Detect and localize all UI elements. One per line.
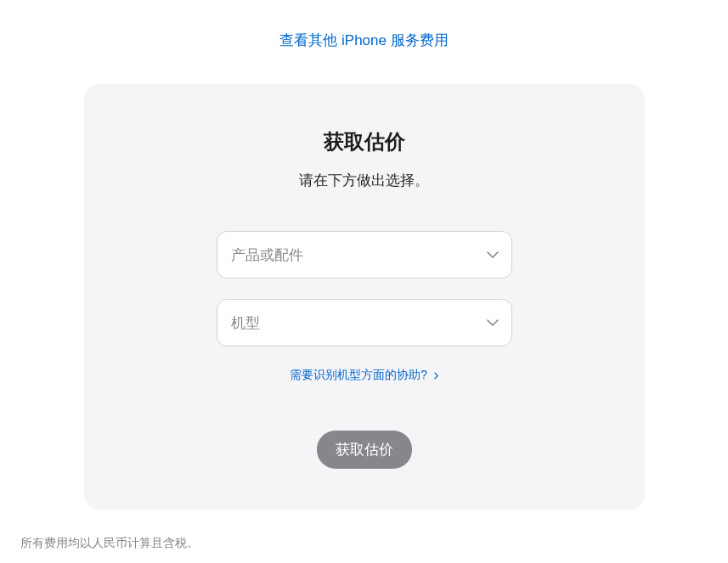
identify-model-help-link[interactable]: 需要识别机型方面的协助? bbox=[290, 368, 438, 381]
footnotes: 所有费用均以人民币计算且含税。 截至 2023 年 2 月底，保外电池服务的费用… bbox=[14, 532, 715, 563]
product-select-placeholder: 产品或配件 bbox=[231, 245, 303, 265]
help-link-label: 需要识别机型方面的协助? bbox=[290, 368, 427, 381]
card-subtitle: 请在下方做出选择。 bbox=[118, 171, 611, 190]
view-other-fees-link[interactable]: 查看其他 iPhone 服务费用 bbox=[279, 32, 448, 48]
footnote-currency: 所有费用均以人民币计算且含税。 bbox=[20, 532, 708, 555]
estimate-card: 获取估价 请在下方做出选择。 产品或配件 机型 需要识别机型方面的协助? 获取估… bbox=[84, 84, 645, 510]
get-estimate-button[interactable]: 获取估价 bbox=[317, 431, 412, 469]
chevron-right-icon bbox=[434, 369, 438, 382]
model-select-placeholder: 机型 bbox=[231, 313, 260, 333]
product-select[interactable]: 产品或配件 bbox=[217, 231, 512, 279]
card-title: 获取估价 bbox=[118, 128, 611, 155]
model-select[interactable]: 机型 bbox=[217, 299, 512, 346]
